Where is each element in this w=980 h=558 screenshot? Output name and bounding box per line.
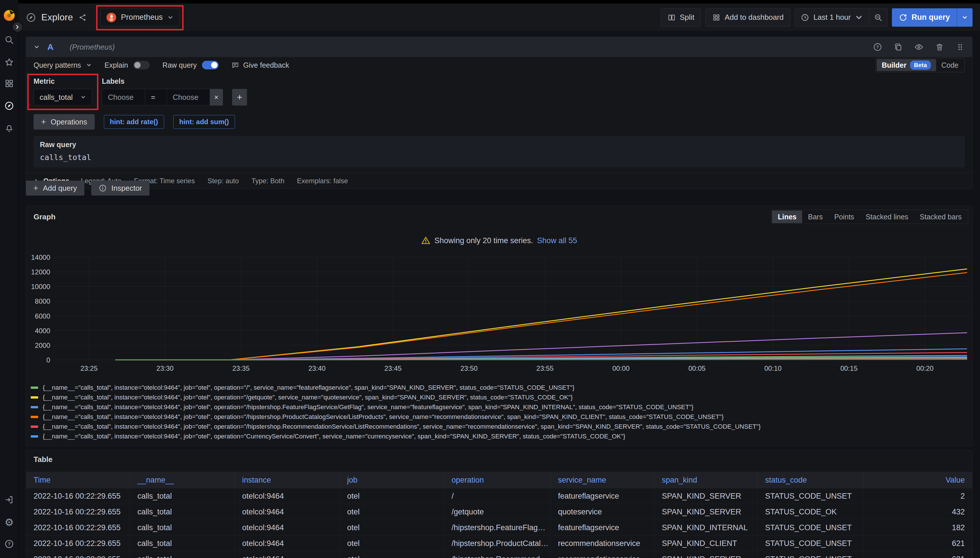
- query-patterns-dropdown[interactable]: Query patterns: [34, 61, 92, 69]
- give-feedback-link[interactable]: Give feedback: [231, 61, 289, 69]
- series-limit-warning: Showing only 20 time series. Show all 55: [26, 236, 972, 245]
- table-cell: 2022-10-16 00:22:29.655: [26, 520, 130, 535]
- legend-label: {__name__="calls_total", instance="otelc…: [43, 394, 572, 401]
- table-cell: quoteservice: [551, 504, 654, 520]
- add-to-dashboard-label: Add to dashboard: [725, 13, 783, 22]
- raw-query-label: Raw query: [40, 141, 959, 149]
- time-zoom-out-button[interactable]: [869, 8, 887, 26]
- table-column-header[interactable]: operation: [444, 472, 551, 488]
- collapse-chevron-icon[interactable]: [34, 44, 40, 50]
- legend-item[interactable]: {__name__="calls_total", instance="otelc…: [31, 412, 968, 422]
- legend-item[interactable]: {__name__="calls_total", instance="otelc…: [31, 432, 968, 441]
- graph-mode-stacked-bars[interactable]: Stacked bars: [914, 210, 967, 223]
- table-cell: calls_total: [130, 551, 235, 558]
- raw-query-expression: calls_total: [40, 153, 959, 162]
- gear-icon: ⚙: [5, 517, 14, 528]
- legend-item[interactable]: {__name__="calls_total", instance="otelc…: [31, 383, 968, 392]
- split-button[interactable]: Split: [661, 8, 701, 27]
- refresh-icon: [899, 13, 908, 22]
- label-value-select[interactable]: Choose: [167, 89, 210, 105]
- table-column-header[interactable]: job: [340, 472, 444, 488]
- sidebar-help-button[interactable]: ?: [0, 539, 18, 549]
- query-ref-id: A: [47, 42, 54, 52]
- trash-icon[interactable]: [935, 43, 944, 52]
- query-option-item: Type: Both: [252, 177, 284, 185]
- run-query-button[interactable]: Run query: [892, 8, 957, 27]
- table-column-header[interactable]: status_code: [758, 472, 864, 488]
- table-cell: /getquote: [444, 504, 551, 520]
- table-column-header[interactable]: Time: [26, 472, 130, 488]
- explain-toggle[interactable]: [133, 61, 150, 69]
- table-cell: otel: [340, 536, 444, 551]
- add-label-filter-button[interactable]: +: [232, 89, 247, 105]
- raw-query-toggle[interactable]: [202, 61, 219, 69]
- table-cell: /hipstershop.FeatureFlagService/GetFlag: [444, 520, 551, 535]
- series-line: [116, 273, 967, 360]
- table-row[interactable]: 2022-10-16 00:22:29.655calls_totalotelco…: [26, 488, 972, 504]
- table-column-header[interactable]: __name__: [130, 472, 235, 488]
- table-cell: 2022-10-16 00:22:29.655: [26, 551, 130, 558]
- builder-mode-tab[interactable]: Builder Beta: [877, 59, 936, 71]
- remove-label-filter-button[interactable]: ×: [210, 89, 223, 105]
- table-cell: recommendationservice: [551, 551, 654, 558]
- split-label: Split: [680, 13, 694, 22]
- table-row[interactable]: 2022-10-16 00:22:29.655calls_totalotelco…: [26, 504, 972, 520]
- sidebar-explore-button[interactable]: [0, 101, 18, 111]
- show-all-series-link[interactable]: Show all 55: [537, 236, 577, 245]
- add-operation-button[interactable]: + Operations: [34, 114, 95, 130]
- drag-handle-icon[interactable]: [955, 43, 965, 52]
- sidebar-search-button[interactable]: [0, 35, 18, 45]
- hint-add-rate-button[interactable]: hint: add rate(): [104, 115, 164, 129]
- graph-mode-points[interactable]: Points: [829, 210, 860, 223]
- sidebar-starred-button[interactable]: [0, 57, 18, 67]
- sidebar-settings-button[interactable]: ⚙: [0, 517, 18, 528]
- sidebar-expand-button[interactable]: [12, 21, 23, 33]
- sidebar: ⚙ ?: [0, 0, 18, 558]
- legend-item[interactable]: {__name__="calls_total", instance="otelc…: [31, 402, 968, 412]
- query-builder-body: Metric calls_total Labels Choose: [26, 73, 972, 105]
- graph-legend: {__name__="calls_total", instance="otelc…: [31, 383, 968, 443]
- inspector-button[interactable]: Inspector: [91, 181, 150, 195]
- datasource-picker[interactable]: Prometheus: [100, 8, 180, 26]
- table-row[interactable]: 2022-10-16 00:22:29.655calls_totalotelco…: [26, 536, 972, 551]
- table-cell: 2022-10-16 00:22:29.655: [26, 504, 130, 520]
- x-axis-tick: 00:15: [840, 364, 857, 372]
- add-query-button[interactable]: + Add query: [26, 181, 84, 195]
- graph-mode-stacked-lines[interactable]: Stacked lines: [860, 210, 914, 223]
- add-to-dashboard-button[interactable]: Add to dashboard: [705, 8, 790, 27]
- label-operator-value: =: [151, 93, 155, 102]
- x-axis-tick: 23:25: [81, 364, 97, 372]
- table-cell: SPAN_KIND_CLIENT: [654, 536, 758, 551]
- share-icon[interactable]: [78, 13, 87, 22]
- metric-select[interactable]: calls_total: [34, 89, 92, 105]
- sidebar-alerting-button[interactable]: [0, 123, 18, 133]
- label-operator-select[interactable]: =: [145, 89, 167, 105]
- query-row-header[interactable]: A (Prometheus) ?: [26, 37, 972, 57]
- table-column-header[interactable]: span_kind: [654, 472, 758, 488]
- run-query-dropdown[interactable]: [957, 8, 973, 27]
- code-mode-tab[interactable]: Code: [936, 59, 964, 71]
- table-cell: SPAN_KIND_SERVER: [654, 504, 758, 520]
- eye-icon[interactable]: [914, 43, 924, 52]
- legend-item[interactable]: {__name__="calls_total", instance="otelc…: [31, 422, 968, 432]
- table-column-header[interactable]: instance: [235, 472, 340, 488]
- legend-item[interactable]: {__name__="calls_total", instance="otelc…: [31, 392, 968, 402]
- sidebar-dashboards-button[interactable]: [0, 79, 18, 88]
- graph-mode-bars[interactable]: Bars: [802, 210, 828, 223]
- hint-add-sum-button[interactable]: hint: add sum(): [173, 115, 235, 129]
- query-options-row: Options Legend: AutoFormat: Time seriesS…: [26, 172, 972, 189]
- table-row[interactable]: 2022-10-16 00:22:29.655calls_totalotelco…: [26, 520, 972, 536]
- table-column-header[interactable]: service_name: [551, 472, 654, 488]
- grafana-logo[interactable]: [2, 8, 16, 22]
- table-row[interactable]: 2022-10-16 00:22:29.655calls_totalotelco…: [26, 551, 972, 558]
- label-key-select[interactable]: Choose: [102, 89, 145, 105]
- time-range-button[interactable]: Last 1 hour: [795, 8, 869, 26]
- help-circle-icon[interactable]: ?: [873, 43, 882, 52]
- table-column-header[interactable]: Value: [864, 472, 972, 488]
- graph-mode-lines[interactable]: Lines: [772, 210, 802, 223]
- labels-label: Labels: [102, 77, 247, 85]
- duplicate-query-icon[interactable]: [894, 43, 903, 52]
- chevron-down-icon: [81, 94, 86, 100]
- sidebar-sign-in-button[interactable]: [0, 495, 18, 505]
- table-cell: SPAN_KIND_SERVER: [654, 488, 758, 504]
